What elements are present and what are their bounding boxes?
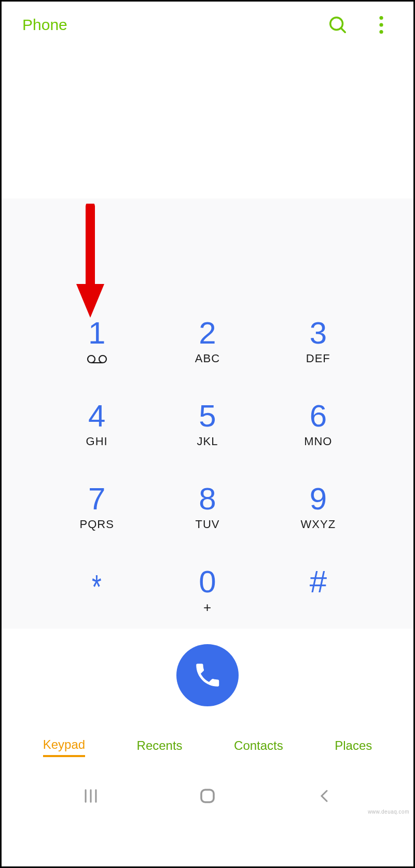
key-digit: 7 (88, 483, 105, 515)
svg-rect-13 (201, 790, 214, 802)
tab-contacts[interactable]: Contacts (234, 738, 283, 756)
keypad-area: 1 2 ABC 3 DEF 4 GHI 5 JKL 6 (2, 198, 413, 629)
key-plus: + (203, 600, 212, 616)
key-letters: WXYZ (301, 518, 336, 531)
key-digit: 5 (199, 401, 216, 432)
call-button[interactable] (176, 644, 239, 706)
key-letters: JKL (197, 435, 218, 448)
header-actions (326, 13, 393, 36)
svg-point-2 (379, 16, 383, 20)
key-4[interactable]: 4 GHI (42, 401, 152, 458)
annotation-arrow (72, 204, 108, 323)
svg-point-7 (88, 355, 95, 363)
nav-back-icon[interactable] (309, 780, 340, 812)
key-digit: 0 (199, 566, 216, 597)
key-0[interactable]: 0 + (152, 566, 262, 623)
nav-home-icon[interactable] (192, 780, 223, 812)
svg-point-8 (99, 355, 106, 363)
key-digit: 4 (88, 401, 105, 432)
key-digit: 6 (310, 401, 327, 432)
key-letters: PQRS (79, 518, 114, 531)
key-digit: * (92, 571, 102, 604)
watermark: www.deuaq.com (368, 809, 409, 815)
key-hash[interactable]: # (263, 566, 374, 623)
svg-line-1 (341, 28, 345, 32)
system-navbar (2, 773, 413, 819)
svg-point-3 (379, 23, 383, 26)
app-title: Phone (22, 16, 326, 34)
key-digit: 2 (199, 318, 216, 349)
voicemail-icon (87, 354, 107, 366)
bottom-tabs: Keypad Recents Contacts Places (2, 732, 413, 773)
call-row (2, 629, 413, 732)
tab-recents[interactable]: Recents (137, 738, 183, 756)
app-header: Phone (2, 2, 413, 48)
key-star[interactable]: * (42, 566, 152, 623)
key-letters: DEF (306, 352, 330, 365)
key-letters: ABC (195, 352, 220, 365)
svg-marker-6 (76, 284, 104, 318)
dialed-number-display (2, 48, 413, 198)
key-6[interactable]: 6 MNO (263, 401, 374, 458)
key-digit: 1 (88, 318, 105, 349)
key-digit: # (310, 566, 327, 597)
key-letters: MNO (304, 435, 332, 448)
svg-point-4 (379, 30, 383, 34)
key-2[interactable]: 2 ABC (152, 318, 262, 375)
dial-keypad: 1 2 ABC 3 DEF 4 GHI 5 JKL 6 (42, 318, 374, 623)
key-digit: 3 (310, 318, 327, 349)
tab-keypad[interactable]: Keypad (43, 737, 85, 757)
key-7[interactable]: 7 PQRS (42, 483, 152, 540)
search-icon[interactable] (326, 13, 349, 36)
key-3[interactable]: 3 DEF (263, 318, 374, 375)
tab-places[interactable]: Places (335, 738, 372, 756)
more-icon[interactable] (370, 13, 393, 36)
key-5[interactable]: 5 JKL (152, 401, 262, 458)
key-letters: GHI (86, 435, 108, 448)
key-1[interactable]: 1 (42, 318, 152, 375)
nav-recent-icon[interactable] (75, 780, 106, 812)
key-letters: TUV (195, 518, 219, 531)
key-digit: 9 (310, 483, 327, 515)
key-digit: 8 (199, 483, 216, 515)
key-8[interactable]: 8 TUV (152, 483, 262, 540)
key-9[interactable]: 9 WXYZ (263, 483, 374, 540)
